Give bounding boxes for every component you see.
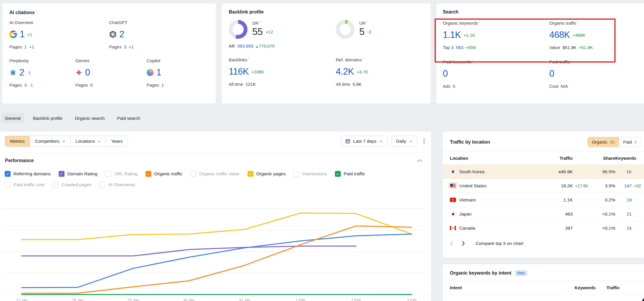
keywords-link[interactable]: 24 xyxy=(615,226,632,231)
col-intent: Intent xyxy=(450,285,566,290)
alltime-label: All time xyxy=(229,82,243,87)
metric-domain-rating[interactable]: ✓Domain Rating xyxy=(59,171,98,177)
organic-keywords-value[interactable]: 1.1K xyxy=(443,30,461,40)
checkbox-icon[interactable] xyxy=(105,171,111,177)
compare-top5-link[interactable]: Compare top 5 on chart xyxy=(476,241,523,246)
location-row-japan[interactable]: Japan 463 <0.1% 21 xyxy=(443,207,644,221)
keywords-link[interactable]: 19 xyxy=(615,197,632,203)
info-icon[interactable]: i xyxy=(479,20,479,23)
location-row-south-korea[interactable]: South Korea 446.9K 95.5% 1K xyxy=(443,164,644,179)
metric-impressions[interactable]: Impressions xyxy=(294,171,327,177)
ar-value-link[interactable]: 393,593 xyxy=(237,43,253,48)
ref-domains-delta: +3.7K xyxy=(357,69,368,74)
location-name: South Korea xyxy=(459,169,484,174)
performance-line-chart[interactable]: 27 Jan28 Jan29 Jan30 Jan31 Jan1 Feb2 Feb… xyxy=(0,198,431,301)
svg-text:3 Feb: 3 Feb xyxy=(407,298,416,301)
ai-overview-value[interactable]: 1 xyxy=(20,29,25,40)
more-options-kebab-icon[interactable] xyxy=(421,137,427,146)
location-row-united-states[interactable]: United States 18.2K +17.8K 3.9% 147 +92 xyxy=(443,179,644,193)
metric-organic-traffic-value[interactable]: Organic traffic value xyxy=(190,171,240,177)
dashboard-page: AI citationsi AI Overview 1 +1 Pages1+1 … xyxy=(0,0,644,301)
metric-paid-traffic[interactable]: ✓Paid traffic xyxy=(335,171,365,177)
info-icon[interactable]: i xyxy=(260,20,260,23)
pages-value-link[interactable]: 3 xyxy=(124,44,126,49)
date-range-button[interactable]: Last 7 days xyxy=(341,136,387,147)
metric-label: URL Rating xyxy=(114,171,138,176)
next-page-chevron-icon[interactable] xyxy=(462,241,465,246)
granularity-button[interactable]: Daily xyxy=(392,136,417,147)
metric-organic-pages[interactable]: ✓Organic pages xyxy=(248,171,286,177)
ads-value-link[interactable]: 0 xyxy=(453,84,455,89)
info-icon[interactable]: i xyxy=(248,57,249,60)
tab-backlink-profile[interactable]: Backlink profile xyxy=(29,113,66,123)
col-location[interactable]: Location xyxy=(450,156,548,161)
metric-label: Organic traffic xyxy=(154,171,182,176)
info-icon[interactable]: i xyxy=(577,20,578,23)
keywords-link[interactable]: 147 xyxy=(615,183,632,189)
tab-paid-search[interactable]: Paid search xyxy=(113,113,144,123)
backlinks-value[interactable]: 116K xyxy=(229,66,249,77)
pages-value-link[interactable]: 1 xyxy=(162,83,164,88)
checkbox-icon[interactable] xyxy=(190,171,196,177)
top3-value-link[interactable]: 563 xyxy=(456,45,463,50)
checkbox-icon[interactable]: ✓ xyxy=(5,171,11,177)
locations-filter-button[interactable]: Locations xyxy=(70,136,106,147)
metric-paid-traffic-cost[interactable]: Paid traffic cost xyxy=(5,182,45,188)
checkbox-icon[interactable] xyxy=(52,182,58,188)
info-icon[interactable]: i xyxy=(362,57,363,60)
metrics-filter-button[interactable]: Metrics xyxy=(5,136,30,147)
metric-referring-domains[interactable]: ✓Referring domains xyxy=(5,171,51,177)
pages-value-link[interactable]: 1 xyxy=(24,44,27,49)
info-icon[interactable]: i xyxy=(571,59,572,62)
col-share[interactable]: Share xyxy=(595,156,615,161)
backlinks-cell: Backlinksi 116K+106K All time121K xyxy=(229,57,336,87)
gemini-label: Gemini xyxy=(75,58,147,63)
checkbox-icon[interactable]: ✓ xyxy=(335,171,341,177)
organic-traffic-value[interactable]: 468K xyxy=(549,30,570,40)
location-row-canada[interactable]: Canada 397 <0.1% 24 xyxy=(443,221,644,235)
chatgpt-value[interactable]: 2 xyxy=(119,29,124,40)
traffic-value: 397 xyxy=(548,226,573,231)
ref-domains-value[interactable]: 4.2K xyxy=(336,66,354,77)
col-traffic[interactable]: Traffic xyxy=(548,156,573,161)
copilot-value[interactable]: 1 xyxy=(156,67,161,78)
tab-general[interactable]: General xyxy=(1,113,24,123)
toggle-paid[interactable]: Paid0 xyxy=(619,137,641,147)
years-filter-button[interactable]: Years xyxy=(106,136,128,147)
pages-value-link[interactable]: 3 xyxy=(24,83,27,88)
keywords-link[interactable]: 21 xyxy=(615,211,632,217)
col-keywords[interactable]: Keywords xyxy=(615,156,632,161)
keywords-link[interactable]: 1K xyxy=(615,169,632,174)
competitors-filter-button[interactable]: Competitors xyxy=(30,136,70,147)
collapse-chevron-up-icon[interactable] xyxy=(417,159,422,162)
checkbox-icon[interactable] xyxy=(5,182,11,188)
share-value: 95.5% xyxy=(595,169,615,174)
checkbox-icon[interactable]: ✓ xyxy=(59,171,65,177)
backlinks-label-text: Backlinks xyxy=(229,57,247,62)
paid-traffic-value[interactable]: 0 xyxy=(549,68,554,79)
prev-page-chevron-icon[interactable] xyxy=(450,241,453,246)
checkbox-icon[interactable] xyxy=(294,171,299,177)
ai-overview-delta: +1 xyxy=(27,32,32,37)
info-icon[interactable]: i xyxy=(35,9,36,13)
ads-label: Ads xyxy=(443,84,450,89)
location-name: Vietnam xyxy=(459,197,476,203)
metric-organic-traffic[interactable]: ✓Organic traffic xyxy=(145,171,182,177)
checkbox-icon[interactable]: ✓ xyxy=(248,171,253,177)
toggle-organic[interactable]: Organic30 xyxy=(588,137,618,147)
metric-url-rating[interactable]: URL Rating xyxy=(105,171,138,177)
tab-organic-search[interactable]: Organic search xyxy=(71,113,109,123)
checkbox-icon[interactable] xyxy=(99,182,105,188)
ref-domains-label-text: Ref. domains xyxy=(336,57,362,62)
perplexity-value[interactable]: 2 xyxy=(19,67,24,78)
pages-value-link[interactable]: 0 xyxy=(90,83,93,88)
svg-text:1 Feb: 1 Feb xyxy=(295,298,305,301)
location-row-vietnam[interactable]: Vietnam 1.1K 0.2% 19 xyxy=(443,193,644,207)
info-icon[interactable]: i xyxy=(367,20,367,23)
metric-crawled-pages[interactable]: Crawled pages xyxy=(52,182,91,188)
gemini-value[interactable]: 0 xyxy=(85,67,90,78)
metric-ai-overviews[interactable]: AI Overviews xyxy=(99,182,135,188)
checkbox-icon[interactable]: ✓ xyxy=(145,171,151,177)
info-icon[interactable]: i xyxy=(472,59,473,62)
paid-keywords-value[interactable]: 0 xyxy=(443,68,448,79)
